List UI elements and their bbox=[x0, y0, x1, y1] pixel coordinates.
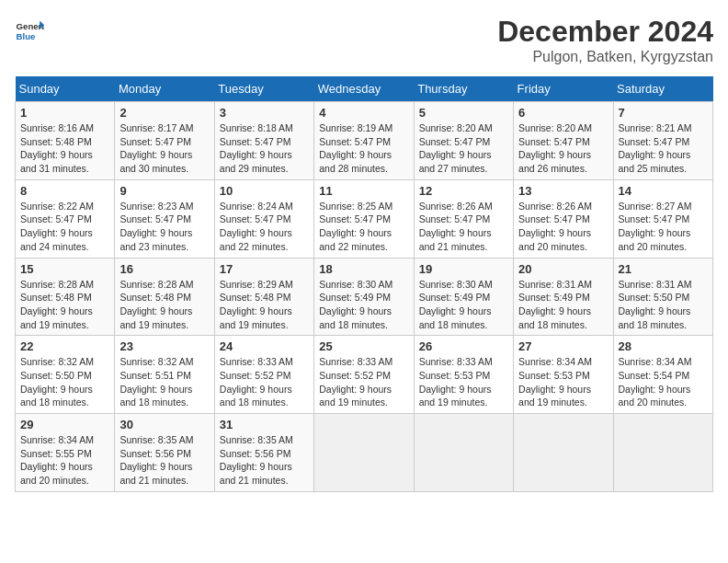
calendar-cell: 2Sunrise: 8:17 AMSunset: 5:47 PMDaylight… bbox=[115, 102, 214, 180]
calendar-cell: 5Sunrise: 8:20 AMSunset: 5:47 PMDaylight… bbox=[414, 102, 513, 180]
calendar-cell: 4Sunrise: 8:19 AMSunset: 5:47 PMDaylight… bbox=[314, 102, 414, 180]
day-number: 27 bbox=[518, 339, 608, 353]
month-title: December 2024 bbox=[497, 15, 713, 49]
calendar-cell: 13Sunrise: 8:26 AMSunset: 5:47 PMDayligh… bbox=[514, 179, 613, 258]
calendar-table: SundayMondayTuesdayWednesdayThursdayFrid… bbox=[15, 76, 713, 492]
calendar-cell bbox=[613, 414, 712, 492]
calendar-cell: 3Sunrise: 8:18 AMSunset: 5:47 PMDaylight… bbox=[214, 102, 313, 180]
cell-info: Sunrise: 8:20 AMSunset: 5:47 PMDaylight:… bbox=[419, 122, 493, 174]
cell-info: Sunrise: 8:25 AMSunset: 5:47 PMDaylight:… bbox=[319, 201, 392, 252]
cell-info: Sunrise: 8:32 AMSunset: 5:51 PMDaylight:… bbox=[119, 356, 193, 408]
cell-info: Sunrise: 8:27 AMSunset: 5:47 PMDaylight:… bbox=[619, 201, 692, 252]
cell-info: Sunrise: 8:33 AMSunset: 5:52 PMDaylight:… bbox=[319, 356, 392, 408]
day-number: 9 bbox=[119, 184, 209, 198]
calendar-cell: 29Sunrise: 8:34 AMSunset: 5:55 PMDayligh… bbox=[16, 414, 115, 492]
calendar-cell bbox=[514, 414, 613, 492]
page-header: General Blue December 2024 Pulgon, Batke… bbox=[15, 15, 713, 65]
calendar-cell: 22Sunrise: 8:32 AMSunset: 5:50 PMDayligh… bbox=[16, 336, 115, 414]
cell-info: Sunrise: 8:31 AMSunset: 5:49 PMDaylight:… bbox=[518, 279, 592, 330]
calendar-cell bbox=[314, 414, 414, 492]
day-number: 3 bbox=[220, 106, 309, 120]
logo: General Blue bbox=[15, 15, 44, 44]
day-number: 18 bbox=[319, 262, 408, 276]
calendar-cell: 10Sunrise: 8:24 AMSunset: 5:47 PMDayligh… bbox=[214, 179, 313, 258]
cell-info: Sunrise: 8:24 AMSunset: 5:47 PMDaylight:… bbox=[220, 201, 293, 252]
day-number: 14 bbox=[619, 184, 708, 198]
calendar-cell bbox=[414, 414, 513, 492]
calendar-cell: 23Sunrise: 8:32 AMSunset: 5:51 PMDayligh… bbox=[115, 336, 214, 414]
day-number: 23 bbox=[119, 339, 209, 353]
calendar-cell: 30Sunrise: 8:35 AMSunset: 5:56 PMDayligh… bbox=[115, 414, 214, 492]
calendar-cell: 11Sunrise: 8:25 AMSunset: 5:47 PMDayligh… bbox=[314, 179, 414, 258]
cell-info: Sunrise: 8:28 AMSunset: 5:48 PMDaylight:… bbox=[20, 279, 94, 330]
calendar-cell: 7Sunrise: 8:21 AMSunset: 5:47 PMDaylight… bbox=[613, 102, 712, 180]
cell-info: Sunrise: 8:23 AMSunset: 5:47 PMDaylight:… bbox=[119, 201, 193, 252]
calendar-cell: 28Sunrise: 8:34 AMSunset: 5:54 PMDayligh… bbox=[613, 336, 712, 414]
day-number: 8 bbox=[20, 184, 109, 198]
day-number: 20 bbox=[518, 262, 608, 276]
day-number: 22 bbox=[20, 339, 109, 353]
header-day: Tuesday bbox=[214, 76, 313, 102]
day-number: 2 bbox=[119, 106, 209, 120]
cell-info: Sunrise: 8:33 AMSunset: 5:53 PMDaylight:… bbox=[419, 356, 493, 408]
day-number: 13 bbox=[518, 184, 608, 198]
day-number: 1 bbox=[20, 106, 109, 120]
logo-icon: General Blue bbox=[15, 15, 44, 44]
header-day: Thursday bbox=[414, 76, 513, 102]
cell-info: Sunrise: 8:35 AMSunset: 5:56 PMDaylight:… bbox=[119, 434, 193, 486]
cell-info: Sunrise: 8:35 AMSunset: 5:56 PMDaylight:… bbox=[220, 434, 293, 486]
calendar-cell: 9Sunrise: 8:23 AMSunset: 5:47 PMDaylight… bbox=[115, 179, 214, 258]
header-day: Friday bbox=[514, 76, 613, 102]
calendar-cell: 21Sunrise: 8:31 AMSunset: 5:50 PMDayligh… bbox=[613, 258, 712, 336]
cell-info: Sunrise: 8:18 AMSunset: 5:47 PMDaylight:… bbox=[220, 122, 293, 174]
day-number: 6 bbox=[518, 106, 608, 120]
day-number: 26 bbox=[419, 339, 508, 353]
header-day: Sunday bbox=[16, 76, 115, 102]
day-number: 17 bbox=[220, 262, 309, 276]
title-block: December 2024 Pulgon, Batken, Kyrgyzstan bbox=[497, 15, 713, 65]
day-number: 30 bbox=[119, 418, 209, 431]
day-number: 24 bbox=[220, 339, 309, 353]
calendar-cell: 27Sunrise: 8:34 AMSunset: 5:53 PMDayligh… bbox=[514, 336, 613, 414]
cell-info: Sunrise: 8:29 AMSunset: 5:48 PMDaylight:… bbox=[220, 279, 293, 330]
calendar-week: 29Sunrise: 8:34 AMSunset: 5:55 PMDayligh… bbox=[16, 414, 713, 492]
calendar-cell: 25Sunrise: 8:33 AMSunset: 5:52 PMDayligh… bbox=[314, 336, 414, 414]
cell-info: Sunrise: 8:32 AMSunset: 5:50 PMDaylight:… bbox=[20, 356, 94, 408]
calendar-cell: 1Sunrise: 8:16 AMSunset: 5:48 PMDaylight… bbox=[16, 102, 115, 180]
cell-info: Sunrise: 8:31 AMSunset: 5:50 PMDaylight:… bbox=[619, 279, 692, 330]
cell-info: Sunrise: 8:26 AMSunset: 5:47 PMDaylight:… bbox=[419, 201, 493, 252]
day-number: 21 bbox=[619, 262, 708, 276]
day-number: 25 bbox=[319, 339, 408, 353]
cell-info: Sunrise: 8:33 AMSunset: 5:52 PMDaylight:… bbox=[220, 356, 293, 408]
calendar-cell: 18Sunrise: 8:30 AMSunset: 5:49 PMDayligh… bbox=[314, 258, 414, 336]
day-number: 31 bbox=[220, 418, 309, 431]
cell-info: Sunrise: 8:17 AMSunset: 5:47 PMDaylight:… bbox=[119, 122, 193, 174]
cell-info: Sunrise: 8:26 AMSunset: 5:47 PMDaylight:… bbox=[518, 201, 592, 252]
cell-info: Sunrise: 8:20 AMSunset: 5:47 PMDaylight:… bbox=[518, 122, 592, 174]
calendar-cell: 16Sunrise: 8:28 AMSunset: 5:48 PMDayligh… bbox=[115, 258, 214, 336]
day-number: 7 bbox=[619, 106, 708, 120]
calendar-week: 15Sunrise: 8:28 AMSunset: 5:48 PMDayligh… bbox=[16, 258, 713, 336]
day-number: 15 bbox=[20, 262, 109, 276]
calendar-cell: 19Sunrise: 8:30 AMSunset: 5:49 PMDayligh… bbox=[414, 258, 513, 336]
calendar-cell: 17Sunrise: 8:29 AMSunset: 5:48 PMDayligh… bbox=[214, 258, 313, 336]
cell-info: Sunrise: 8:16 AMSunset: 5:48 PMDaylight:… bbox=[20, 122, 94, 174]
cell-info: Sunrise: 8:34 AMSunset: 5:55 PMDaylight:… bbox=[20, 434, 94, 486]
cell-info: Sunrise: 8:34 AMSunset: 5:53 PMDaylight:… bbox=[518, 356, 592, 408]
day-number: 19 bbox=[419, 262, 508, 276]
day-number: 11 bbox=[319, 184, 408, 198]
header-day: Monday bbox=[115, 76, 214, 102]
cell-info: Sunrise: 8:21 AMSunset: 5:47 PMDaylight:… bbox=[619, 122, 692, 174]
calendar-week: 8Sunrise: 8:22 AMSunset: 5:47 PMDaylight… bbox=[16, 179, 713, 258]
calendar-cell: 6Sunrise: 8:20 AMSunset: 5:47 PMDaylight… bbox=[514, 102, 613, 180]
cell-info: Sunrise: 8:34 AMSunset: 5:54 PMDaylight:… bbox=[619, 356, 692, 408]
calendar-cell: 12Sunrise: 8:26 AMSunset: 5:47 PMDayligh… bbox=[414, 179, 513, 258]
day-number: 12 bbox=[419, 184, 508, 198]
calendar-cell: 26Sunrise: 8:33 AMSunset: 5:53 PMDayligh… bbox=[414, 336, 513, 414]
cell-info: Sunrise: 8:19 AMSunset: 5:47 PMDaylight:… bbox=[319, 122, 392, 174]
header-row: SundayMondayTuesdayWednesdayThursdayFrid… bbox=[16, 76, 713, 102]
header-day: Saturday bbox=[613, 76, 712, 102]
day-number: 28 bbox=[619, 339, 708, 353]
calendar-week: 22Sunrise: 8:32 AMSunset: 5:50 PMDayligh… bbox=[16, 336, 713, 414]
cell-info: Sunrise: 8:22 AMSunset: 5:47 PMDaylight:… bbox=[20, 201, 94, 252]
